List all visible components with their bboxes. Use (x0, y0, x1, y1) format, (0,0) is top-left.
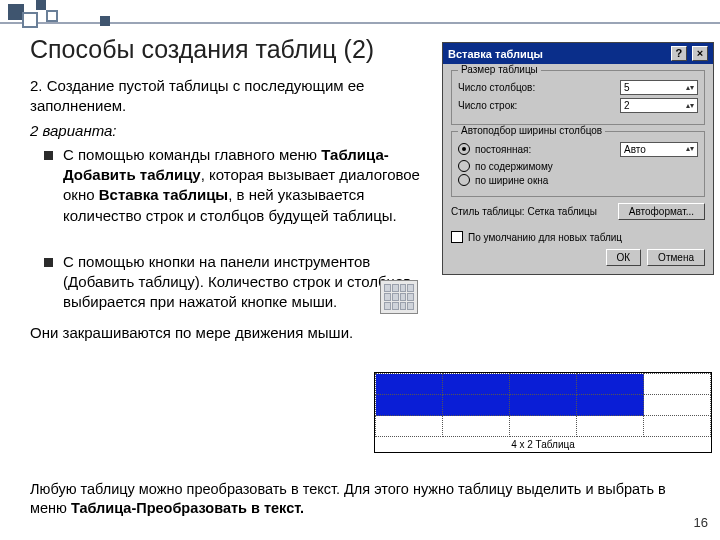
insert-table-toolbar-icon[interactable] (380, 280, 418, 314)
radio-fixed[interactable]: постоянная: (458, 143, 531, 155)
bullet-marker-icon (44, 151, 53, 160)
fixed-width-combo[interactable]: Авто▴▾ (620, 142, 698, 157)
footer-bold: Таблица-Преобразовать в текст. (71, 500, 304, 516)
close-icon[interactable]: × (692, 46, 708, 61)
bullet-1: С помощью команды главного меню Таблица-… (30, 145, 430, 226)
insert-table-dialog: Вставка таблицы ? × Размер таблицы Число… (442, 42, 714, 275)
group-autofit-title: Автоподбор ширины столбцов (458, 125, 605, 136)
bullet1-bold2: Вставка таблицы (99, 186, 228, 203)
rows-spinner[interactable]: 2▴▾ (620, 98, 698, 113)
help-icon[interactable]: ? (671, 46, 687, 61)
radio-window[interactable]: по ширине окна (458, 174, 698, 186)
bullet1-text: С помощью команды главного меню (63, 146, 321, 163)
footer-note: Любую таблицу можно преобразовать в текс… (30, 480, 690, 518)
default-checkbox[interactable]: По умолчанию для новых таблиц (451, 231, 705, 243)
autoformat-button[interactable]: Автоформат... (618, 203, 705, 220)
cols-label: Число столбцов: (458, 82, 535, 93)
style-label: Стиль таблицы: Сетка таблицы (451, 206, 597, 217)
dialog-titlebar: Вставка таблицы ? × (443, 43, 713, 64)
group-size: Размер таблицы Число столбцов: 5▴▾ Число… (451, 70, 705, 125)
cancel-button[interactable]: Отмена (647, 249, 705, 266)
cols-spinner[interactable]: 5▴▾ (620, 80, 698, 95)
page-number: 16 (694, 515, 708, 530)
intro-text: 2. Создание пустой таблицы с последующим… (30, 76, 430, 117)
ok-button[interactable]: ОК (606, 249, 642, 266)
bullet-marker-icon (44, 258, 53, 267)
bullet2-tail: Они закрашиваются по мере движения мыши. (30, 323, 430, 343)
bullet-2: С помощью кнопки на панели инструментов … (30, 252, 430, 313)
rows-label: Число строк: (458, 100, 517, 111)
group-autofit: Автоподбор ширины столбцов постоянная: А… (451, 131, 705, 197)
radio-content[interactable]: по содержимому (458, 160, 698, 172)
variants-label: 2 варианта: (30, 121, 430, 141)
content-block: 2. Создание пустой таблицы с последующим… (30, 76, 430, 343)
table-size-selector[interactable]: 4 x 2 Таблица (374, 372, 712, 453)
dialog-title: Вставка таблицы (448, 48, 543, 60)
selector-caption: 4 x 2 Таблица (375, 437, 711, 452)
bullet2-text: С помощью кнопки на панели инструментов … (63, 252, 430, 313)
group-size-title: Размер таблицы (458, 64, 541, 75)
